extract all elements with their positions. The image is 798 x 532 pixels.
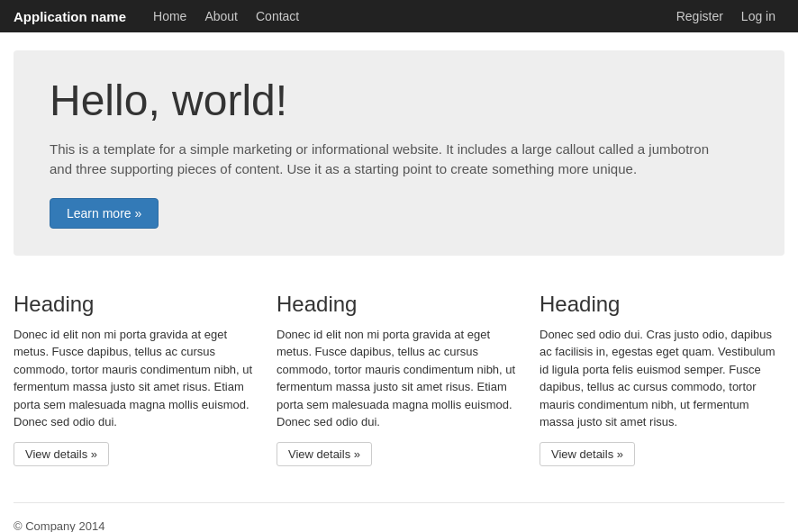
column-1-heading: Heading (14, 292, 258, 317)
nav-link-register[interactable]: Register (667, 0, 732, 32)
nav-link-home[interactable]: Home (144, 0, 195, 32)
column-3-heading: Heading (540, 292, 784, 317)
column-3: Heading Donec sed odio dui. Cras justo o… (540, 292, 784, 466)
navbar: Application name Home About Contact Regi… (0, 0, 798, 32)
navbar-right: Register Log in (667, 0, 784, 32)
column-2-heading: Heading (277, 292, 521, 317)
footer-divider (14, 502, 784, 503)
column-1: Heading Donec id elit non mi porta gravi… (14, 292, 258, 466)
jumbotron-description: This is a template for a simple marketin… (50, 140, 734, 180)
jumbotron-heading: Hello, world! (50, 77, 748, 125)
column-2-button[interactable]: View details » (277, 442, 372, 466)
column-3-body: Donec sed odio dui. Cras justo odio, dap… (540, 326, 784, 431)
nav-item-home[interactable]: Home (144, 0, 195, 32)
nav-link-about[interactable]: About (195, 0, 247, 32)
content-area: Heading Donec id elit non mi porta gravi… (0, 274, 798, 484)
nav-item-about[interactable]: About (195, 0, 247, 32)
column-1-body: Donec id elit non mi porta gravida at eg… (14, 326, 258, 431)
jumbotron: Hello, world! This is a template for a s… (14, 50, 784, 256)
navbar-brand[interactable]: Application name (14, 9, 126, 24)
column-2-body: Donec id elit non mi porta gravida at eg… (277, 326, 521, 431)
nav-item-login[interactable]: Log in (732, 0, 784, 32)
column-1-button[interactable]: View details » (14, 442, 109, 466)
nav-link-contact[interactable]: Contact (247, 0, 308, 32)
footer-copyright: © Company 2014 (0, 512, 798, 532)
nav-item-register[interactable]: Register (667, 0, 732, 32)
nav-link-login[interactable]: Log in (732, 0, 784, 32)
column-2: Heading Donec id elit non mi porta gravi… (277, 292, 521, 466)
learn-more-button[interactable]: Learn more » (50, 198, 159, 229)
copyright-text: © Company 2014 (14, 519, 104, 532)
navbar-nav: Home About Contact (144, 0, 667, 32)
column-3-button[interactable]: View details » (540, 442, 635, 466)
columns: Heading Donec id elit non mi porta gravi… (14, 292, 784, 466)
nav-item-contact[interactable]: Contact (247, 0, 308, 32)
